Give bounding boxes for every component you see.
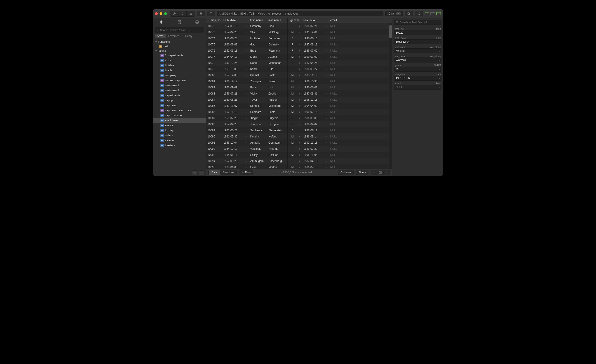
- cell[interactable]: 10083: [206, 90, 222, 97]
- stepper-icon[interactable]: ▲▼: [325, 111, 327, 113]
- stepper-icon[interactable]: ▲▼: [298, 129, 300, 132]
- table-row[interactable]: 100871959-07-23▲▼XinglinEugenioF▲▼1986-0…: [206, 115, 389, 121]
- table-row[interactable]: 100921964-10-18▲▼ValdiodioNiizumaF▲▼1989…: [206, 146, 389, 152]
- breadcrumb[interactable]: MySQL 8.0.12: SSH: TLS: Myloc: employees…: [217, 11, 383, 16]
- stepper-icon[interactable]: ▲▼: [298, 80, 300, 82]
- cell[interactable]: 1961-10-05▲▼: [222, 66, 249, 72]
- cell[interactable]: Valdiodio: [249, 146, 267, 152]
- cell[interactable]: F▲▼: [288, 158, 302, 164]
- cell[interactable]: 1957-05-25▲▼: [222, 158, 249, 164]
- chevron-down-icon[interactable]: ⌄: [439, 32, 440, 34]
- cell[interactable]: 1959-12-25▲▼: [222, 60, 249, 66]
- stepper-icon[interactable]: ▲▼: [298, 50, 300, 52]
- close-window[interactable]: [155, 12, 158, 15]
- cell[interactable]: Niizuma: [267, 146, 288, 152]
- left-pane-toggle[interactable]: [425, 12, 429, 15]
- cell[interactable]: 10074: [206, 35, 222, 41]
- chevron-down-icon[interactable]: ⌄: [439, 68, 440, 70]
- cell[interactable]: 1987-05-26▲▼: [302, 60, 329, 66]
- cell[interactable]: M▲▼: [288, 54, 302, 60]
- tree-item-theaters[interactable]: ▦theaters: [153, 143, 206, 148]
- grid-icon[interactable]: [415, 11, 423, 16]
- cell[interactable]: Malabarba: [267, 103, 288, 109]
- more-button[interactable]: ⌄: [199, 171, 204, 175]
- database-icon[interactable]: [171, 18, 188, 26]
- stepper-icon[interactable]: ▲▼: [325, 135, 327, 138]
- cell[interactable]: Baek: [267, 72, 288, 78]
- tree-item-deppp[interactable]: ▦deppp: [153, 98, 206, 103]
- table-row[interactable]: 100811960-12-17▲▼ZhongweiRosenM▲▼1986-10…: [206, 78, 389, 84]
- cell[interactable]: M▲▼: [288, 140, 302, 146]
- cell[interactable]: Vishv: [249, 90, 267, 97]
- cell[interactable]: M▲▼: [288, 109, 302, 115]
- stepper-icon[interactable]: ▲▼: [298, 74, 300, 76]
- cell[interactable]: 1986-08-12▲▼: [302, 127, 329, 133]
- crumb[interactable]: employees: [268, 12, 282, 15]
- tree-item-dept_em…atest_date[interactable]: ▦dept_em…atest_date: [153, 108, 206, 113]
- lock-icon[interactable]: [197, 11, 205, 16]
- seg-data[interactable]: Data: [209, 170, 220, 175]
- cell[interactable]: 1990-01-03▲▼: [302, 84, 329, 90]
- tree-item-salaries[interactable]: ▦salaries: [153, 138, 206, 143]
- chevron-down-icon[interactable]: ⌄: [439, 41, 440, 43]
- cell[interactable]: Kalloufi: [267, 97, 288, 103]
- cell[interactable]: Bernatsky: [267, 35, 288, 41]
- cell[interactable]: 1961-05-30▲▼: [222, 133, 249, 140]
- stepper-icon[interactable]: ▲▼: [298, 99, 300, 101]
- cell[interactable]: Lortz: [267, 84, 288, 90]
- cell[interactable]: Desikan: [267, 152, 288, 158]
- prev-page-icon[interactable]: ‹: [371, 170, 377, 175]
- stepper-icon[interactable]: ▲▼: [245, 86, 247, 89]
- inspector-search-input[interactable]: [400, 21, 440, 24]
- table-row[interactable]: 100941957-05-25▲▼ArumugamOssenbrug…F▲▼19…: [206, 158, 389, 164]
- cell[interactable]: 1987-03-31▲▼: [302, 90, 329, 97]
- cell[interactable]: Dolinsky: [267, 41, 288, 47]
- table-row[interactable]: 100901961-05-30▲▼KendraHoftingM▲▼1986-03…: [206, 133, 389, 140]
- minimize-window[interactable]: [160, 12, 162, 15]
- stepper-icon[interactable]: ▲▼: [245, 99, 247, 101]
- cell[interactable]: Tuval: [249, 97, 267, 103]
- cell[interactable]: 1985-07-09▲▼: [302, 47, 329, 54]
- cell[interactable]: NULL: [329, 72, 347, 78]
- stepper-icon[interactable]: ▲▼: [245, 111, 247, 113]
- stepper-icon[interactable]: ▲▼: [245, 160, 247, 162]
- cell[interactable]: Shir: [249, 29, 267, 35]
- cell[interactable]: 1959-07-23▲▼: [222, 90, 249, 97]
- stepper-icon[interactable]: ▲▼: [245, 105, 247, 107]
- cell[interactable]: Sidou: [267, 23, 288, 29]
- cell[interactable]: 1955-08-28▲▼: [222, 35, 249, 41]
- columns-button[interactable]: Columns: [338, 170, 354, 175]
- stepper-icon[interactable]: ▲▼: [298, 62, 300, 64]
- cell[interactable]: 1964-06-11▲▼: [222, 152, 249, 158]
- table-row[interactable]: 100741955-08-28▲▼MokhtarBernatskyF▲▼1990…: [206, 35, 389, 41]
- stepper-icon[interactable]: ▲▼: [325, 31, 327, 33]
- cell[interactable]: 1952-06-13▲▼: [222, 47, 249, 54]
- cell[interactable]: F▲▼: [288, 115, 302, 121]
- tree-item-company[interactable]: ▦company: [153, 73, 206, 78]
- cell[interactable]: 10084: [206, 97, 222, 103]
- cell[interactable]: M▲▼: [288, 78, 302, 84]
- cell[interactable]: 1996-11-05▲▼: [302, 152, 329, 158]
- stepper-icon[interactable]: ▲▼: [245, 117, 247, 119]
- grid-body[interactable]: 100721952-05-15▲▼HironobySidouF▲▼1988-07…: [206, 23, 389, 169]
- stepper-icon[interactable]: ▲▼: [298, 92, 300, 95]
- cell[interactable]: NULL: [329, 66, 347, 72]
- scroll-thumb[interactable]: [389, 25, 392, 38]
- cell[interactable]: 10079: [206, 66, 222, 72]
- col-header-birth_date[interactable]: birth_date: [222, 18, 249, 23]
- cell[interactable]: 10075: [206, 41, 222, 47]
- cell[interactable]: 1955-10-04▲▼: [222, 140, 249, 146]
- cell[interactable]: 1988-07-21▲▼: [302, 23, 329, 29]
- cell[interactable]: 1989-09-22▲▼: [302, 146, 329, 152]
- stepper-icon[interactable]: ▲▼: [325, 50, 327, 52]
- cell[interactable]: Mona: [249, 54, 267, 60]
- tree-item-orders[interactable]: ▦orders: [153, 133, 206, 138]
- stepper-icon[interactable]: ▲▼: [298, 154, 300, 156]
- table-row[interactable]: 100751960-03-09▲▼GaoDolinskyF▲▼1987-03-1…: [206, 41, 389, 47]
- list-icon[interactable]: [187, 11, 195, 16]
- tree-item-departments[interactable]: ▦departments: [153, 93, 206, 98]
- cell[interactable]: 1954-02-23▲▼: [222, 29, 249, 35]
- stepper-icon[interactable]: ▲▼: [325, 148, 327, 150]
- tree-item-3_departments[interactable]: ▦3_departments: [153, 53, 206, 58]
- cell[interactable]: NULL: [329, 35, 347, 41]
